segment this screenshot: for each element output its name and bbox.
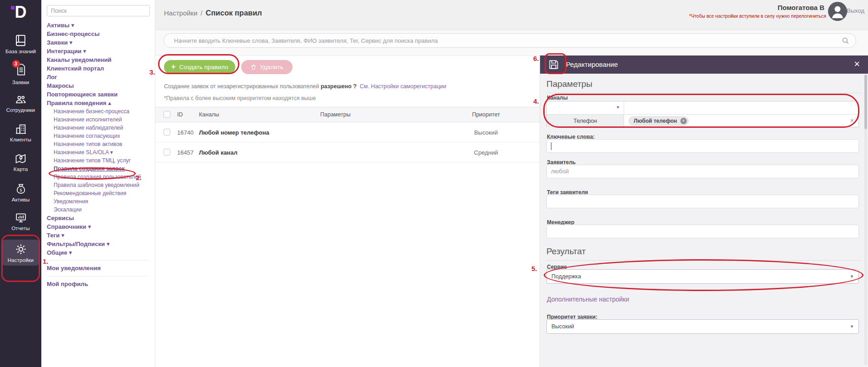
chevron-down-icon: ▼ xyxy=(616,105,620,110)
col-channels[interactable]: Каналы xyxy=(199,111,219,118)
plus-icon: + xyxy=(171,62,176,71)
rule-priority: Высокий xyxy=(459,129,513,136)
gear-icon xyxy=(14,242,28,256)
extra-settings-link[interactable]: Дополнительные настройки xyxy=(547,296,629,303)
logo-dot xyxy=(11,6,15,10)
nav-tickets[interactable]: 3 Заявки xyxy=(2,63,40,85)
menu-item-notification-template-rules[interactable]: Правила шаблонов уведомлений xyxy=(47,181,155,189)
nav-clients[interactable]: Клиенты xyxy=(2,123,40,142)
manager-input[interactable] xyxy=(546,225,859,238)
save-button[interactable] xyxy=(548,59,560,72)
menu-item-ticket-creation-rules[interactable]: Правила создания заявок xyxy=(47,165,155,173)
applicant-input[interactable]: любой xyxy=(546,165,859,178)
nav-employees[interactable]: Сотрудники xyxy=(2,93,40,113)
edit-panel: Редактирование × Параметры Каналы ▼ Теле… xyxy=(540,55,868,367)
table-row[interactable]: 16740 Любой номер телефона Высокий xyxy=(155,122,540,142)
menu-divider xyxy=(47,260,149,261)
channels-control: ▼ Телефон Любой телефон× × xyxy=(546,101,859,127)
annotation-number-1: 1. xyxy=(43,257,49,265)
menu-item-my-notifications[interactable]: Мои уведомления xyxy=(47,264,155,273)
menu-item-escalations[interactable]: Эскалации xyxy=(47,206,155,214)
row-checkbox[interactable] xyxy=(164,129,170,136)
panel-scrollbar[interactable] xyxy=(864,75,867,365)
channel-row-remove-icon[interactable]: × xyxy=(850,116,854,124)
menu-item-my-profile[interactable]: Мой профиль xyxy=(47,280,155,289)
menu-item-assign-business-process[interactable]: Назначение бизнес-процесса xyxy=(47,107,155,116)
settings-sidebar: Активы ▾ Бизнес-процессы Заявки ▾ Интегр… xyxy=(41,0,155,367)
edit-panel-header: Редактирование × xyxy=(540,55,868,74)
logout-link[interactable]: Выход xyxy=(847,7,864,14)
keywords-input[interactable] xyxy=(546,139,859,153)
avatar[interactable] xyxy=(828,2,847,21)
chevron-down-icon: ▼ xyxy=(850,270,854,283)
menu-item-filters-subscriptions[interactable]: Фильтры/Подписки ▾ xyxy=(47,240,155,248)
menu-item-tags[interactable]: Теги ▾ xyxy=(47,231,155,240)
nav-knowledge-base[interactable]: База знаний xyxy=(2,34,40,54)
menu-item-general[interactable]: Общие ▾ xyxy=(47,248,155,257)
rules-search-input[interactable] xyxy=(174,34,836,47)
ticket-priority-select[interactable]: Высокий▼ xyxy=(546,319,859,334)
menu-item-assign-observers[interactable]: Назначение наблюдателей xyxy=(47,124,155,132)
building-icon xyxy=(14,123,28,136)
menu-item-macros[interactable]: Макросы xyxy=(47,81,155,90)
menu-item-log[interactable]: Лог xyxy=(47,73,155,81)
channel-type-value[interactable]: Телефон xyxy=(547,115,624,127)
close-icon[interactable]: × xyxy=(854,58,860,70)
menu-item-notifications[interactable]: Уведомления xyxy=(47,197,155,206)
text-caret xyxy=(551,142,551,150)
nav-map[interactable]: Карта xyxy=(2,152,40,172)
search-icon[interactable] xyxy=(841,36,850,45)
app-logo[interactable]: D xyxy=(0,3,41,22)
row-checkbox[interactable] xyxy=(164,149,170,156)
menu-item-tickets[interactable]: Заявки ▾ xyxy=(47,38,155,47)
menu-item-notification-channels[interactable]: Каналы уведомлений xyxy=(47,55,155,64)
menu-item-recommended-actions[interactable]: Рекомендованные действия xyxy=(47,189,155,197)
menu-item-assign-executors[interactable]: Назначение исполнителей xyxy=(47,116,155,124)
service-select[interactable]: Поддержка▼ xyxy=(546,269,859,284)
annotation-number-4: 4. xyxy=(533,97,539,105)
channel-type-select[interactable]: ▼ xyxy=(547,101,624,114)
rule-id: 16457 xyxy=(177,149,193,156)
menu-item-assets[interactable]: Активы ▾ xyxy=(47,21,155,30)
col-params[interactable]: Параметры xyxy=(320,111,351,118)
app-window: D База знаний 3 Заявки Сотрудники Клиент… xyxy=(0,0,868,367)
menu-item-recurring-tickets[interactable]: Повторяющиеся заявки xyxy=(47,90,155,99)
tag-remove-icon[interactable]: × xyxy=(680,118,687,124)
col-priority[interactable]: Приоритет xyxy=(459,111,513,118)
applicant-tags-input[interactable] xyxy=(546,195,859,208)
menu-item-assign-tmc-types[interactable]: Назначение типов ТМЦ, услуг xyxy=(47,156,155,165)
page-title: Список правил xyxy=(206,9,262,17)
tickets-badge: 3 xyxy=(12,60,20,68)
nav-reports[interactable]: Отчеты xyxy=(2,211,40,231)
selfregistration-settings-link[interactable]: См. Настройки саморегистрации xyxy=(360,83,446,90)
menu-item-assign-sla-ola[interactable]: Назначение SLA/OLA ▾ xyxy=(47,148,155,156)
menu-item-integrations[interactable]: Интеграции ▾ xyxy=(47,47,155,55)
table-row[interactable]: 16457 Любой канал Средний xyxy=(155,142,540,162)
table-header: ID Каналы Параметры Приоритет xyxy=(155,107,540,122)
menu-item-directories[interactable]: Справочники ▾ xyxy=(47,222,155,231)
scrollbar-thumb[interactable] xyxy=(864,75,867,129)
menu-item-client-portal[interactable]: Клиентский портал xyxy=(47,64,155,73)
sidebar-search-input[interactable] xyxy=(47,5,150,16)
select-all-checkbox[interactable] xyxy=(164,111,170,118)
delete-rule-button[interactable]: Удалить xyxy=(241,60,293,74)
annotation-number-2: 2. xyxy=(136,174,142,181)
people-icon xyxy=(14,93,28,106)
edit-panel-title: Редактирование xyxy=(566,60,618,68)
breadcrumb-section[interactable]: Настройки xyxy=(164,9,198,17)
rule-channel[interactable]: Любой канал xyxy=(199,149,238,156)
menu-item-assign-asset-types[interactable]: Назначение типов активов xyxy=(47,140,155,148)
menu-item-assign-approvers[interactable]: Назначение согласующих xyxy=(47,132,155,140)
rule-channel[interactable]: Любой номер телефона xyxy=(199,129,269,136)
nav-settings[interactable]: Настройки xyxy=(2,240,40,266)
menu-item-services[interactable]: Сервисы xyxy=(47,214,155,222)
rule-id: 16740 xyxy=(177,129,193,136)
content-area: +Создать правило Удалить Создание заявок… xyxy=(155,30,868,367)
create-rule-button[interactable]: +Создать правило xyxy=(164,60,235,74)
channel-tag[interactable]: Любой телефон× xyxy=(629,116,689,126)
user-name[interactable]: Помогатова В xyxy=(778,4,824,11)
nav-assets[interactable]: $ Активы xyxy=(2,182,40,202)
menu-item-behavior-rules[interactable]: Правила поведения ▴ xyxy=(47,99,155,107)
menu-item-business-processes[interactable]: Бизнес-процессы xyxy=(47,30,155,38)
col-id[interactable]: ID xyxy=(177,111,183,118)
